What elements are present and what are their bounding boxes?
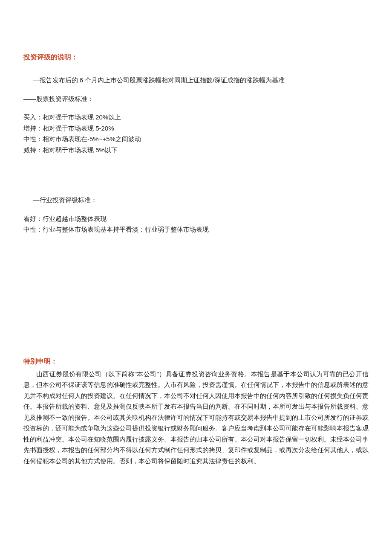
industry-rating-item: 看好：行业超越市场整体表现	[23, 213, 369, 224]
industry-rating-list: 看好：行业超越市场整体表现 中性：行业与整体市场表现基本持平看淡：行业弱于整体市…	[23, 213, 369, 235]
benchmark-text: —报告发布后的 6 个月内上市公司股票涨跌幅相对同期上证指数/深证成指的涨跌幅为…	[23, 75, 369, 86]
stock-rating-item: 中性：相对市场表现在-5%~+5%之间波动	[23, 134, 369, 145]
stock-rating-item: 买入：相对强于市场表现 20%以上	[23, 112, 369, 123]
stock-rating-item: 减持：相对弱于市场表现 5%以下	[23, 145, 369, 156]
disclaimer-heading: 特别申明：	[23, 355, 369, 367]
industry-rating-title: —行业投资评级标准：	[23, 195, 369, 206]
investment-rating-heading: 投资评级的说明：	[23, 51, 369, 63]
stock-rating-list: 买入：相对强于市场表现 20%以上 增持：相对强于市场表现 5-20% 中性：相…	[23, 112, 369, 155]
stock-rating-title: ——股票投资评级标准：	[23, 93, 369, 105]
disclaimer-body: 山西证券股份有限公司（以下简称"本公司"）具备证券投资咨询业务资格。本报告是基于…	[23, 369, 369, 467]
industry-rating-item: 中性：行业与整体市场表现基本持平看淡：行业弱于整体市场表现	[23, 224, 369, 235]
disclaimer-text: 山西证券股份有限公司（以下简称"本公司"）具备证券投资咨询业务资格。本报告是基于…	[23, 369, 369, 467]
stock-rating-item: 增持：相对强于市场表现 5-20%	[23, 123, 369, 134]
